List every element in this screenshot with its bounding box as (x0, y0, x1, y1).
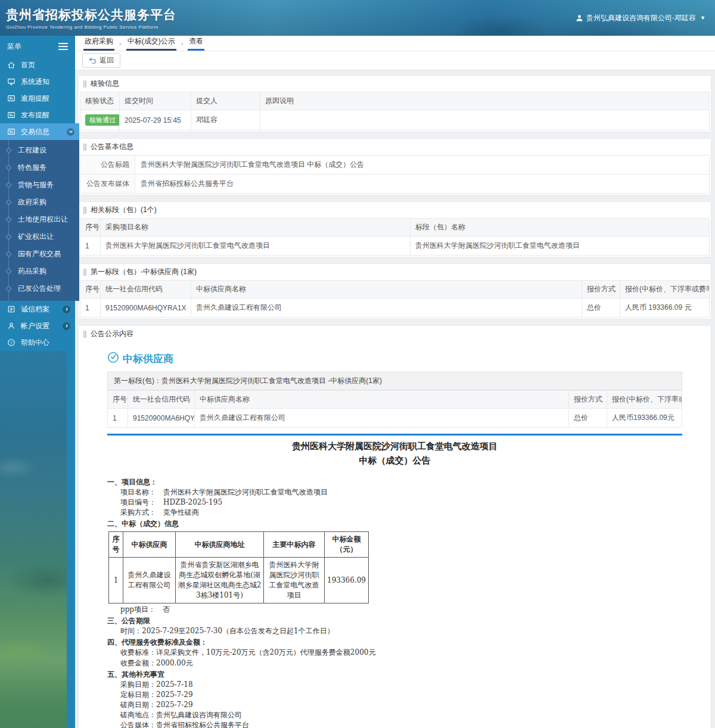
section-title: 公告公示内容 (79, 326, 711, 342)
sidebar-subitem-land-use[interactable]: 土地使用权出让 (0, 211, 79, 228)
publish-media-value: 贵州省招标投标公共服务平台 (135, 175, 710, 194)
chevron-right-circle-icon (63, 322, 70, 330)
submitter: 邓廷容 (191, 110, 260, 130)
basic-info-table: 公告标题 贵州医科大学附属医院沙河街职工食堂电气改造项目 中标（成交）公告 公告… (80, 155, 710, 194)
back-button[interactable]: 返回 (82, 53, 120, 68)
platform-title: 贵州省招标投标公共服务平台 (6, 7, 176, 23)
sidebar-item-label: 交易信息 (21, 127, 61, 137)
sidebar-header: 菜单 (0, 36, 75, 57)
sidebar-subitem-goods-services[interactable]: 货物与服务 (0, 176, 79, 194)
top-header: 贵州省招标投标公共服务平台 GuiZhou Province Tendering… (0, 0, 715, 36)
bullseye-check-icon (107, 351, 119, 366)
user-icon (576, 14, 583, 22)
document-title-line1: 贵州医科大学附属医院沙河街职工食堂电气改造项目 (107, 439, 682, 453)
table-row: 1 贵州医科大学附属医院沙河街职工食堂电气改造项目 贵州医科大学附属医院沙河街职… (80, 237, 710, 256)
sidebar-item-label: 帐户设置 (21, 321, 57, 331)
section-marker-icon (83, 144, 86, 151)
monitor-icon (7, 77, 15, 86)
chevron-down-circle-icon (67, 128, 74, 136)
toolbar: 返回 (75, 51, 715, 70)
award-info-table: 序号 中标供应商 中标供应商地址 主要中标内容 中标金额（元） 1 贵州久鼎建设… (108, 531, 369, 603)
table-header-row: 序号 统一社会信用代码 中标供应商名称 报价方式 报价(中标价、下浮率或费率) (108, 391, 682, 409)
platform-subtitle: GuiZhou Province Tendering and Bidding P… (6, 24, 176, 30)
sidebar-item-overdue-reminder[interactable]: 逾期提醒 (0, 90, 75, 107)
sidebar: 菜单 首页 系统通知 逾期提醒 发布提醒 交易信息 工程建设 特色服务 货物与服… (0, 36, 75, 728)
section-title: 第一标段（包）-中标供应商 (1家) (79, 264, 711, 280)
ppp-line: ppp项目： 否 (107, 605, 682, 615)
sidebar-item-label: 帮助中心 (21, 338, 70, 348)
sidebar-item-credit-archive[interactable]: 诚信档案 (0, 301, 75, 318)
person-icon (7, 322, 15, 330)
table-header-row: 序号 中标供应商 中标供应商地址 主要中标内容 中标金额（元） (109, 532, 369, 558)
breadcrumb: 政府采购 › 中标(成交)公示 › 查看 (75, 36, 715, 51)
table-header-row: 序号 统一社会信用代码 中标供应商名称 报价方式 报价(中标价、下浮率或费率) (80, 281, 710, 298)
user-name: 贵州弘典建设咨询有限公司-邓廷容 (586, 13, 696, 23)
section-marker-icon (83, 269, 86, 276)
notice-title-value: 贵州医科大学附属医院沙河街职工食堂电气改造项目 中标（成交）公告 (135, 155, 710, 175)
sidebar-subitem-published-notices[interactable]: 已发公告处理 (0, 280, 79, 297)
sidebar-subitem-drug-procurement[interactable]: 药品采购 (0, 263, 79, 280)
divider (107, 434, 682, 435)
section-related-lots: 相关标段（包）(1个) 序号 采购项目名称 标段（包）名称 1 贵州医科大学附属… (78, 201, 711, 257)
related-lots-table: 序号 采购项目名称 标段（包）名称 1 贵州医科大学附属医院沙河街职工食堂电气改… (80, 218, 710, 256)
sidebar-item-label: 发布提醒 (21, 110, 70, 120)
sidebar-item-publish-reminder[interactable]: 发布提醒 (0, 107, 75, 123)
doc-section-4-head: 四、代理服务收费标准及金额： (107, 637, 682, 648)
breadcrumb-item-gov-procurement[interactable]: 政府采购 (83, 35, 114, 51)
help-icon: ? (7, 338, 15, 347)
sidebar-item-notifications[interactable]: 系统通知 (0, 73, 75, 90)
chevron-down-icon: ▼ (700, 15, 705, 21)
document-title-line2: 中标（成交）公告 (107, 453, 682, 468)
table-row: 1 贵州久鼎建设工程有限公司 贵州省贵安新区湖潮乡电商生态城双创孵化基地(湖潮乡… (109, 558, 369, 603)
table-header-row: 序号 采购项目名称 标段（包）名称 (80, 219, 710, 237)
home-icon (7, 61, 15, 69)
section-marker-icon (83, 207, 86, 214)
sections: 核验信息 核验状态 提交时间 提交人 原因说明 核验通过 2025-0 (75, 70, 715, 728)
sidebar-subitem-mining-rights[interactable]: 矿业权出让 (0, 228, 79, 245)
sidebar-item-home[interactable]: 首页 (0, 57, 75, 73)
section-winning-supplier: 第一标段（包）-中标供应商 (1家) 序号 统一社会信用代码 中标供应商名称 报… (78, 263, 711, 319)
back-arrow-icon (89, 57, 97, 64)
section-title: 核验信息 (79, 76, 711, 92)
breadcrumb-item-award-notice[interactable]: 中标(成交)公示 (126, 35, 176, 51)
announcement-body: 中标供应商 第一标段(包)：贵州医科大学附属医院沙河街职工食堂电气改造项目 -中… (79, 342, 711, 728)
sidebar-item-trade-info[interactable]: 交易信息 (0, 123, 79, 140)
sidebar-landscape-image (0, 351, 67, 728)
sidebar-subitem-engineering[interactable]: 工程建设 (0, 142, 79, 159)
notice-board-icon (7, 111, 15, 119)
table-row: 1 91520900MA6HQYRA1X 贵州久鼎建设工程有限公司 总价 人民币… (108, 409, 682, 428)
doc-section-2-head: 二、中标（成交）信息 (107, 519, 682, 529)
breadcrumb-item-view[interactable]: 查看 (188, 35, 204, 51)
sidebar-submenu: 工程建设 特色服务 货物与服务 政府采购 土地使用权出让 矿业权出让 国有产权交… (0, 140, 79, 301)
archive-list-icon (7, 305, 15, 313)
section-basic-info: 公告基本信息 公告标题 贵州医科大学附属医院沙河街职工食堂电气改造项目 中标（成… (78, 138, 711, 195)
section-marker-icon (83, 80, 86, 88)
user-menu[interactable]: 贵州弘典建设咨询有限公司-邓廷容 ▼ (576, 13, 705, 23)
hamburger-icon[interactable] (58, 41, 68, 52)
verify-table: 核验状态 提交时间 提交人 原因说明 核验通过 2025-07-29 15:45… (80, 92, 710, 130)
svg-text:?: ? (10, 341, 13, 345)
section-title: 公告基本信息 (79, 139, 711, 155)
doc-section-3-head: 三、公告期限 (107, 616, 682, 626)
chevron-separator-icon: › (119, 40, 122, 51)
sidebar-item-account-settings[interactable]: 帐户设置 (0, 318, 75, 334)
sidebar-subitem-special-service[interactable]: 特色服务 (0, 159, 79, 176)
notice-board-icon (7, 94, 15, 102)
chevron-right-circle-icon (63, 306, 70, 313)
doc-section-5-head: 五、其他补充事宜 (107, 670, 682, 680)
section-verify-info: 核验信息 核验状态 提交时间 提交人 原因说明 核验通过 2025-0 (78, 75, 711, 132)
menu-label: 菜单 (7, 42, 21, 52)
table-row: 公告标题 贵州医科大学附属医院沙河街职工食堂电气改造项目 中标（成交）公告 (80, 155, 710, 175)
sidebar-subitem-gov-procurement[interactable]: 政府采购 (0, 194, 79, 211)
winning-supplier-heading: 中标供应商 (107, 351, 682, 366)
chevron-separator-icon: › (181, 40, 184, 51)
table-row: 核验通过 2025-07-29 15:45 邓廷容 (80, 110, 710, 130)
sidebar-item-label: 系统通知 (21, 77, 70, 87)
sidebar-item-help-center[interactable]: ? 帮助中心 (0, 334, 75, 351)
lot-title-bar: 第一标段(包)：贵州医科大学附属医院沙河街职工食堂电气改造项目 -中标供应商(1… (107, 372, 682, 390)
table-row: 公告发布媒体 贵州省招标投标公共服务平台 (80, 175, 710, 194)
sidebar-subitem-state-property[interactable]: 国有产权交易 (0, 245, 79, 263)
reason (260, 110, 710, 130)
announcement-document: 贵州医科大学附属医院沙河街职工食堂电气改造项目 中标（成交）公告 一、项目信息：… (107, 439, 682, 728)
section-title: 相关标段（包）(1个) (79, 202, 711, 218)
